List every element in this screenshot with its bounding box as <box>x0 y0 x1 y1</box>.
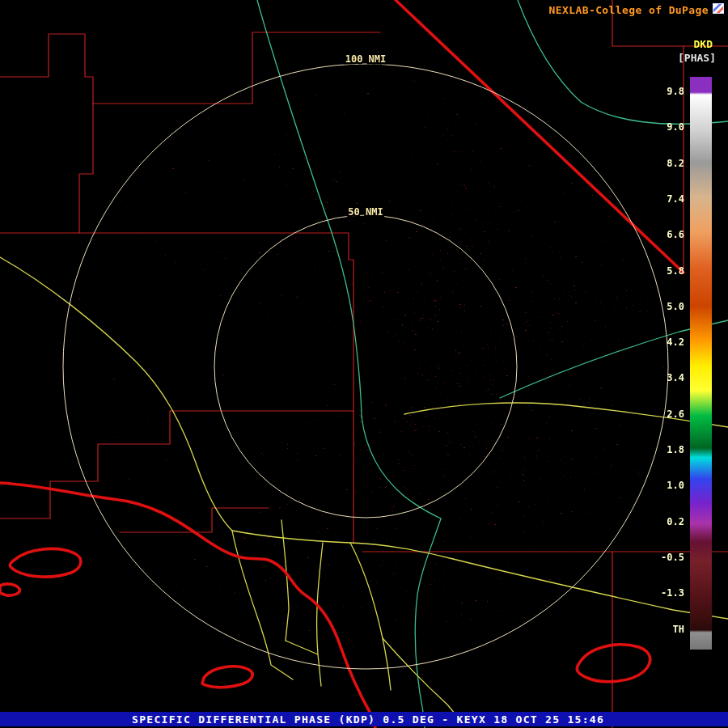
state-coast-line <box>202 667 252 688</box>
range-ring-label: 50 NMI <box>348 206 383 218</box>
road-line <box>383 638 455 714</box>
river-line <box>415 518 441 728</box>
colorbar-tick-label: 1.0 <box>616 480 684 491</box>
colorbar-tick-label: TH <box>616 624 684 635</box>
state-coast-line <box>0 483 375 728</box>
cod-logo-icon <box>713 3 724 14</box>
colorbar-tick-label: 0.2 <box>616 516 684 527</box>
colorbar-tick-label: 6.6 <box>616 229 684 240</box>
state-coast-line <box>577 645 650 682</box>
county-line <box>79 104 93 233</box>
road-line <box>286 641 318 654</box>
colorbar-tick-label: 5.0 <box>616 301 684 312</box>
colorbar-tick-label: -0.5 <box>616 552 684 563</box>
status-bar-text: SPECIFIC DIFFERENTIAL PHASE (KDP) 0.5 DE… <box>132 713 604 726</box>
colorbar-tick-label: 2.6 <box>616 408 684 420</box>
radar-display: 100 NMI50 NMI NEXLAB-College of DuPage D… <box>0 0 728 728</box>
county-line <box>0 34 93 104</box>
colorbar-tick-label: 3.4 <box>616 372 684 383</box>
state-coast-line <box>10 548 81 577</box>
status-bar: SPECIFIC DIFFERENTIAL PHASE (KDP) 0.5 DE… <box>0 712 728 726</box>
colorbar-tick-label: 5.8 <box>616 265 684 277</box>
colorbar-tick-label: 4.2 <box>616 336 684 348</box>
product-units-label: [PHAS] <box>678 52 716 64</box>
range-ring-label: 100 NMI <box>345 53 387 65</box>
county-line <box>0 233 353 411</box>
road-line <box>0 257 232 531</box>
map-svg: 100 NMI50 NMI <box>0 0 728 728</box>
road-line <box>232 531 293 679</box>
colorbar-tick-label: -1.3 <box>616 587 684 599</box>
road-line <box>350 543 391 690</box>
colorbar-tick-label: 8.2 <box>616 158 684 169</box>
colorbar-tick-label: 7.4 <box>616 193 684 205</box>
road-line <box>232 531 453 559</box>
product-id-label: DKD <box>694 38 713 50</box>
road-line <box>453 559 728 619</box>
road-line <box>317 543 323 686</box>
colorbar-tick-label: 9.0 <box>616 121 684 133</box>
range-ring <box>214 215 517 518</box>
county-line <box>120 508 269 532</box>
state-coast-line <box>0 584 19 595</box>
colorbar <box>690 77 712 650</box>
colorbar-tick-label: 1.8 <box>616 444 684 455</box>
county-line <box>0 411 353 518</box>
river-line <box>362 417 441 518</box>
colorbar-tick-label: 9.8 <box>616 86 684 97</box>
brand-text: NEXLAB-College of DuPage <box>549 4 709 16</box>
